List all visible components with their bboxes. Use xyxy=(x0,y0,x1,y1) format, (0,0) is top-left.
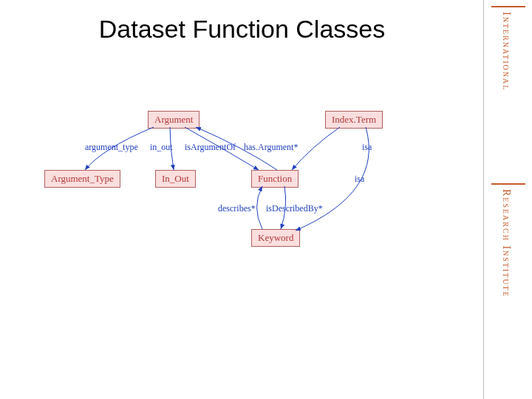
diagram-canvas: Argument Index.Term Argument_Type In_Out… xyxy=(30,96,466,288)
edge-label-is-argument-of: isArgumentOf xyxy=(185,142,236,153)
page-title: Dataset Function Classes xyxy=(0,15,484,44)
node-argument: Argument xyxy=(148,111,200,129)
sidebar-rule-top xyxy=(491,6,525,7)
node-argument-type: Argument_Type xyxy=(44,170,120,188)
node-function: Function xyxy=(251,170,299,188)
edge-label-isa-2: isa xyxy=(355,174,364,185)
sidebar-rule-mid xyxy=(491,183,525,185)
brand-sidebar: International Research Institute xyxy=(483,0,532,399)
edge-label-is-described-by: isDescribedBy* xyxy=(266,203,323,214)
edge-label-argument-type: argument_type xyxy=(85,142,138,153)
slide: Dataset Function Classes Argument Index.… xyxy=(0,0,532,399)
node-keyword: Keyword xyxy=(251,229,300,247)
node-in-out: In_Out xyxy=(155,170,196,188)
node-index-term: Index.Term xyxy=(325,111,383,129)
edges-layer xyxy=(30,96,466,288)
edge-label-in-out: in_out xyxy=(150,142,173,153)
edge-label-describes: describes* xyxy=(218,203,256,214)
edge-label-isa-1: isa xyxy=(362,142,372,153)
sidebar-text-2: Research Institute xyxy=(500,189,512,298)
sidebar-text-1: International xyxy=(500,12,512,91)
edge-label-has-argument: has.Argument* xyxy=(244,142,298,153)
